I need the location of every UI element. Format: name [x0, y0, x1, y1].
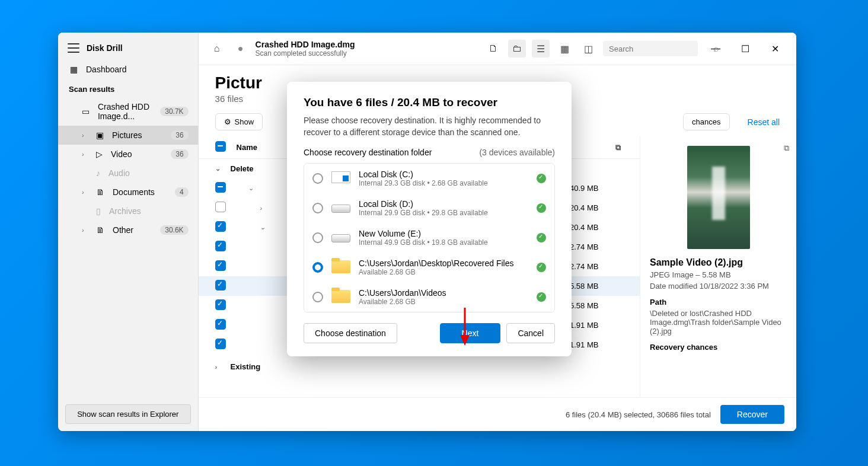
grid-view-icon[interactable]: ▦: [556, 40, 573, 58]
row-checkbox[interactable]: [215, 260, 226, 271]
size-cell: 20.4 MB: [570, 203, 623, 212]
dest-name: C:\Users\Jordan\Videos: [359, 288, 528, 298]
size-cell: 2.74 MB: [570, 242, 623, 251]
sidebar-item-pictures[interactable]: › ▣ Pictures 36: [58, 126, 198, 145]
dest-name: Local Disk (C:): [359, 170, 528, 179]
sidebar-item-label: Video: [111, 149, 132, 159]
sidebar-item-label: Crashed HDD Image.d...: [98, 102, 152, 121]
chevron-right-icon: ›: [82, 189, 88, 196]
select-all-checkbox[interactable]: [215, 141, 226, 152]
maximize-button[interactable]: ☐: [733, 40, 757, 57]
badge: 30.6K: [160, 225, 188, 235]
show-filter-button[interactable]: ⚙Show: [215, 113, 263, 130]
list-view-icon[interactable]: ☰: [532, 40, 550, 58]
row-checkbox[interactable]: [215, 339, 226, 349]
size-cell: 20.4 MB: [570, 223, 623, 232]
search-input[interactable]: [609, 44, 709, 53]
open-external-icon[interactable]: ⧉: [784, 143, 789, 153]
folder-view-icon[interactable]: 🗀: [508, 40, 526, 58]
row-checkbox[interactable]: [215, 299, 226, 310]
recovery-destination-modal: You have 6 files / 20.4 MB to recover Pl…: [287, 82, 572, 356]
dest-name: Local Disk (D:): [359, 199, 528, 209]
sidebar-item-label: Documents: [113, 187, 155, 197]
destination-item[interactable]: New Volume (E:)Internal 49.9 GB disk • 1…: [304, 223, 554, 253]
modal-description: Please choose recovery destination. It i…: [304, 115, 555, 138]
destination-list[interactable]: Local Disk (C:)Internal 29.3 GB disk • 2…: [304, 163, 555, 312]
recovery-chances-button[interactable]: chances: [683, 113, 729, 130]
group-existing[interactable]: › Existing: [199, 357, 640, 376]
destination-item[interactable]: Local Disk (D:)Internal 29.9 GB disk • 2…: [304, 193, 554, 223]
sidebar-item-audio[interactable]: ♪ Audio: [58, 164, 198, 183]
cancel-button[interactable]: Cancel: [506, 323, 555, 343]
row-checkbox[interactable]: [215, 182, 226, 193]
radio-button[interactable]: [312, 292, 323, 302]
chevron-right-icon: ›: [82, 151, 88, 158]
chevron-down-icon[interactable]: ⌄: [260, 224, 269, 231]
dest-sub: Internal 49.9 GB disk • 19.8 GB availabl…: [359, 238, 528, 247]
radio-button[interactable]: [312, 262, 323, 273]
chevron-right-icon[interactable]: ›: [215, 363, 224, 371]
size-cell: 1.91 MB: [570, 340, 623, 349]
sidebar-item-archives[interactable]: ▯ Archives: [58, 202, 198, 221]
search-box[interactable]: ⌕: [603, 41, 698, 56]
radio-button[interactable]: [312, 232, 323, 243]
close-button[interactable]: ✕: [763, 40, 787, 57]
dest-sub: Internal 29.9 GB disk • 29.8 GB availabl…: [359, 209, 528, 217]
chevron-right-icon: ›: [82, 132, 88, 139]
selection-status: 6 files (20.4 MB) selected, 30686 files …: [566, 410, 711, 419]
reset-all-link[interactable]: Reset all: [748, 117, 780, 127]
panel-toggle-icon[interactable]: ◫: [579, 40, 597, 58]
drive-icon: ▭: [82, 107, 90, 116]
chevron-right-icon[interactable]: ›: [260, 205, 269, 212]
chevron-down-icon[interactable]: ⌄: [248, 184, 257, 192]
badge: 30.7K: [160, 107, 188, 116]
size-cell: 1.91 MB: [570, 321, 623, 330]
destination-item[interactable]: Local Disk (C:)Internal 29.3 GB disk • 2…: [304, 164, 554, 193]
sidebar-header: Disk Drill: [58, 33, 198, 60]
destination-item[interactable]: C:\Users\Jordan\Desktop\Recovered FilesA…: [304, 253, 554, 282]
scan-results-label: Scan results: [58, 79, 198, 97]
sidebar-item-device[interactable]: ▭ Crashed HDD Image.d... 30.7K: [58, 97, 198, 126]
other-icon: 🗎: [96, 225, 104, 235]
details-panel: ⧉ Sample Video (2).jpg JPEG Image – 5.58…: [640, 136, 796, 397]
nav-dashboard[interactable]: ▦ Dashboard: [58, 60, 198, 79]
file-icon[interactable]: 🗋: [484, 40, 502, 58]
recover-button[interactable]: Recover: [720, 405, 784, 424]
row-checkbox[interactable]: [215, 319, 226, 330]
home-icon[interactable]: ⌂: [208, 40, 226, 58]
detail-date: Date modified 10/18/2022 3:36 PM: [650, 282, 787, 291]
sidebar-item-documents[interactable]: › 🗎 Documents 4: [58, 183, 198, 202]
check-status-icon: ●: [232, 40, 250, 58]
row-checkbox[interactable]: [215, 280, 226, 291]
minimize-button[interactable]: —: [704, 40, 727, 57]
status-ok-icon: [537, 203, 546, 213]
choose-destination-button[interactable]: Choose destination: [304, 323, 397, 343]
scan-subtitle: Scan completed successfully: [256, 49, 355, 58]
sidebar-item-label: Archives: [109, 206, 141, 216]
sidebar-item-other[interactable]: › 🗎 Other 30.6K: [58, 221, 198, 240]
sidebar-item-label: Other: [113, 225, 133, 235]
row-checkbox[interactable]: [215, 241, 226, 251]
menu-icon[interactable]: [68, 43, 79, 53]
row-checkbox[interactable]: [215, 221, 226, 232]
pictures-icon: ▣: [96, 130, 104, 140]
chevron-down-icon[interactable]: ⌄: [215, 165, 224, 173]
radio-button[interactable]: [312, 173, 323, 184]
detail-type: JPEG Image – 5.58 MB: [650, 270, 787, 279]
sidebar-item-video[interactable]: › ▷ Video 36: [58, 145, 198, 164]
radio-button[interactable]: [312, 203, 323, 213]
name-column-header[interactable]: Name: [237, 143, 257, 152]
row-checkbox[interactable]: [215, 202, 226, 212]
next-button[interactable]: Next: [440, 323, 501, 343]
video-icon: ▷: [96, 149, 103, 159]
show-in-explorer-button[interactable]: Show scan results in Explorer: [65, 404, 191, 424]
badge: 36: [171, 130, 188, 140]
documents-icon: 🗎: [96, 187, 104, 197]
scan-title: Crashed HDD Image.dmg: [256, 40, 355, 49]
scan-info: Crashed HDD Image.dmg Scan completed suc…: [256, 40, 355, 58]
group-label: Existing: [231, 362, 261, 371]
modal-buttons: Choose destination Next Cancel: [304, 323, 555, 343]
open-external-icon[interactable]: ⧉: [615, 143, 621, 152]
destination-item[interactable]: C:\Users\Jordan\VideosAvailable 2.68 GB: [304, 282, 554, 312]
detail-filename: Sample Video (2).jpg: [650, 257, 787, 268]
